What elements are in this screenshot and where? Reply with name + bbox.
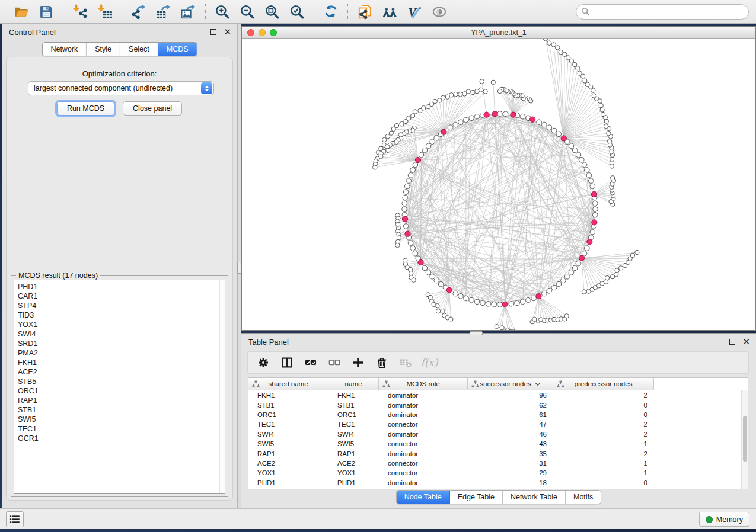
table-row[interactable]: SWI5SWI5connector431: [248, 439, 741, 448]
delete-column-icon: [376, 357, 388, 368]
memory-button[interactable]: Memory: [699, 512, 749, 527]
mcds-result-item[interactable]: ORC1: [18, 386, 225, 396]
import-network-button[interactable]: [69, 2, 91, 21]
float-panel-icon[interactable]: [210, 29, 216, 35]
cell-mcds-role: connector: [379, 469, 468, 476]
optimization-criterion-label: Optimization criterion:: [7, 69, 232, 78]
column-header-MCDS-role[interactable]: MCDS role: [379, 378, 468, 390]
table-row[interactable]: RAP1RAP1dominator352: [248, 448, 741, 458]
mcds-result-item[interactable]: FKH1: [18, 358, 225, 367]
mcds-result-item[interactable]: GCR1: [18, 434, 225, 443]
mcds-result-list[interactable]: PHD1CAR1STP4TID3YOX1SWI4SRD1PMA2FKH1ACE2…: [14, 280, 225, 494]
format-columns-button[interactable]: [277, 354, 296, 371]
table-row[interactable]: YOX1YOX1connector291: [248, 468, 741, 477]
export-network-button[interactable]: [128, 2, 149, 21]
cell-name: STB1: [328, 402, 379, 409]
close-table-panel-icon[interactable]: ✕: [742, 339, 750, 345]
mcds-result-item[interactable]: STB5: [18, 377, 225, 386]
table-mode-gear-button[interactable]: [254, 354, 273, 371]
search-network-icon: [382, 4, 397, 20]
network-window-titlebar[interactable]: YPA_prune.txt_1: [242, 27, 755, 39]
share-document-button[interactable]: [354, 2, 375, 21]
mcds-result-item[interactable]: RAP1: [18, 396, 225, 405]
network-graph[interactable]: [242, 39, 755, 330]
show-graphics-details-button[interactable]: [429, 2, 450, 21]
column-header-successor-nodes[interactable]: successor nodes: [468, 378, 553, 390]
table-scrollbar-thumb[interactable]: [743, 416, 747, 461]
task-history-button[interactable]: [6, 511, 24, 527]
run-mcds-button[interactable]: Run MCDS: [57, 101, 114, 116]
export-image-button[interactable]: [178, 2, 199, 21]
criterion-select[interactable]: largest connected component (undirected): [28, 81, 214, 95]
column-header-shared-name[interactable]: shared name: [248, 378, 328, 390]
mcds-result-item[interactable]: PHD1: [18, 282, 225, 291]
search-network-button[interactable]: [379, 2, 400, 21]
save-session-button[interactable]: [36, 2, 57, 21]
mcds-result-item[interactable]: YOX1: [18, 320, 225, 329]
column-header-name[interactable]: name: [328, 378, 379, 390]
mcds-result-item[interactable]: SRD1: [18, 339, 225, 348]
refresh-view-button[interactable]: [320, 2, 342, 21]
close-panel-icon[interactable]: ✕: [224, 29, 231, 35]
tab-node-table[interactable]: Node Table: [397, 491, 450, 504]
mcds-result-item[interactable]: TID3: [18, 310, 225, 320]
table-row[interactable]: ORC1ORC1dominator610: [248, 410, 741, 419]
table-row[interactable]: TEC1TEC1connector472: [248, 419, 741, 429]
table-tab-bar: Node TableEdge TableNetwork TableMotifs: [396, 490, 602, 504]
tab-network[interactable]: Network: [42, 43, 87, 56]
cell-name: PHD1: [328, 479, 379, 486]
mcds-result-item[interactable]: PMA2: [18, 348, 225, 358]
mcds-result-item[interactable]: SWI5: [18, 415, 225, 424]
search-input[interactable]: [593, 8, 744, 16]
zoom-in-button[interactable]: [212, 2, 233, 21]
table-scrollbar-track[interactable]: [741, 390, 748, 489]
tab-mcds[interactable]: MCDS: [158, 43, 197, 56]
window-zoom-icon[interactable]: [270, 29, 277, 36]
open-file-button[interactable]: [11, 2, 32, 21]
network-window-title: YPA_prune.txt_1: [471, 28, 527, 37]
select-all-columns-button[interactable]: [301, 354, 320, 371]
unselect-all-columns-button[interactable]: [325, 354, 344, 371]
cell-successor-nodes: 62: [468, 402, 553, 409]
close-panel-button[interactable]: Close panel: [123, 101, 182, 116]
tab-network-table[interactable]: Network Table: [503, 491, 566, 504]
vizmapper-button[interactable]: V: [404, 2, 425, 21]
mcds-result-item[interactable]: TEC1: [18, 424, 225, 434]
zoom-fit-button[interactable]: [261, 2, 283, 21]
zoom-fit-icon: [264, 4, 280, 20]
add-column-button[interactable]: [349, 354, 368, 371]
list-scrollbar-track[interactable]: [219, 280, 225, 493]
tab-edge-table[interactable]: Edge Table: [450, 491, 503, 504]
table-row[interactable]: STB1STB1dominator620: [248, 400, 741, 409]
function-builder-button[interactable]: f(x): [420, 354, 439, 371]
network-canvas[interactable]: [242, 39, 755, 330]
control-panel-titlebar: Control Panel ✕: [2, 24, 237, 40]
float-table-panel-icon[interactable]: [729, 339, 735, 345]
mcds-result-title: MCDS result (17 nodes): [16, 271, 100, 280]
import-network-icon: [72, 4, 88, 20]
delete-table-button[interactable]: [396, 354, 415, 371]
import-table-button[interactable]: [94, 2, 116, 21]
tab-select[interactable]: Select: [120, 43, 158, 56]
mcds-result-item[interactable]: STP4: [18, 301, 225, 310]
mcds-result-item[interactable]: ACE2: [18, 367, 225, 377]
delete-column-button[interactable]: [372, 354, 391, 371]
mcds-result-item[interactable]: STB1: [18, 405, 225, 415]
column-header-predecessor-nodes[interactable]: predecessor nodes: [553, 378, 654, 390]
mcds-result-item[interactable]: CAR1: [18, 291, 225, 301]
tab-style[interactable]: Style: [87, 43, 120, 56]
mcds-result-item[interactable]: SWI4: [18, 329, 225, 339]
window-close-icon[interactable]: [247, 29, 254, 36]
table-row[interactable]: SWI4SWI4dominator462: [248, 430, 741, 439]
table-panel-splitter-handle[interactable]: [470, 331, 483, 335]
window-minimize-icon[interactable]: [259, 29, 266, 36]
splitter-handle[interactable]: [237, 262, 241, 274]
tab-motifs[interactable]: Motifs: [566, 491, 601, 504]
zoom-out-button[interactable]: [237, 2, 258, 21]
table-row[interactable]: ACE2ACE2connector311: [248, 459, 741, 468]
zoom-selected-button[interactable]: [286, 2, 308, 21]
network-search-box[interactable]: [576, 4, 749, 20]
table-row[interactable]: FKH1FKH1dominator962: [248, 390, 741, 400]
export-table-button[interactable]: [153, 2, 174, 21]
table-row[interactable]: PHD1PHD1dominator180: [248, 478, 741, 488]
